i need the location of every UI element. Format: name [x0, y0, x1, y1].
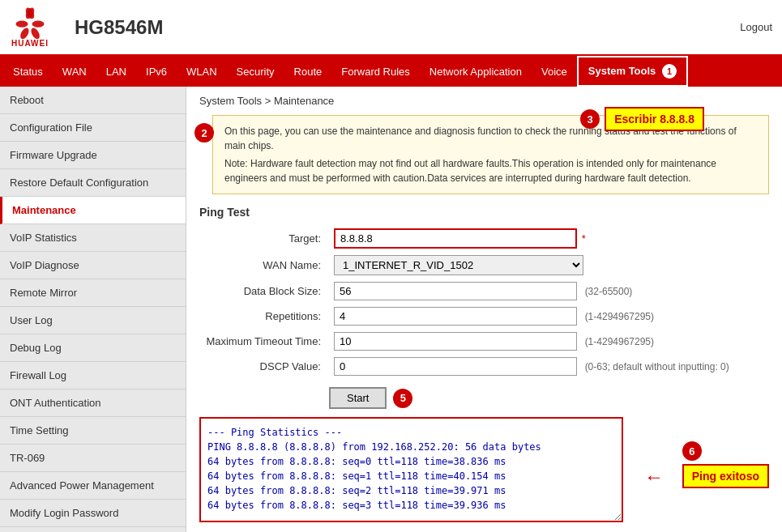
timeout-label: Maximum Timeout Time: — [199, 329, 329, 354]
breadcrumb-root: System Tools — [199, 95, 262, 107]
breadcrumb-current: Maintenance — [274, 95, 334, 107]
nav-ipv6[interactable]: IPv6 — [136, 59, 177, 84]
sidebar-item-remote-mirror[interactable]: Remote Mirror — [0, 279, 186, 307]
dscp-row: DSCP Value: (0-63; default without input… — [199, 354, 769, 379]
sidebar: Reboot Configuration File Firmware Upgra… — [0, 87, 186, 532]
sidebar-item-firewall-log[interactable]: Firewall Log — [0, 362, 186, 389]
svg-point-2 — [16, 21, 28, 28]
block-size-row: Data Block Size: (32-65500) — [199, 279, 769, 304]
ping-form: Target: * WAN Name: 1_INTERNET_R_VID_150… — [199, 225, 769, 379]
timeout-row: Maximum Timeout Time: (1-4294967295) — [199, 329, 769, 354]
dscp-input[interactable] — [334, 357, 577, 376]
nav-lan[interactable]: LAN — [96, 59, 136, 84]
layout: Reboot Configuration File Firmware Upgra… — [0, 87, 782, 532]
nav-badge: 1 — [662, 64, 677, 79]
step6-badge: 6 — [682, 441, 702, 461]
huawei-logo — [10, 6, 50, 39]
nav-network-app[interactable]: Network Application — [420, 59, 532, 84]
nav-voice[interactable]: Voice — [532, 59, 577, 84]
sidebar-item-debug-log[interactable]: Debug Log — [0, 334, 186, 362]
svg-point-3 — [32, 21, 45, 28]
breadcrumb: System Tools > Maintenance — [199, 95, 769, 107]
dscp-label: DSCP Value: — [199, 354, 329, 379]
sidebar-item-user-log[interactable]: User Log — [0, 307, 186, 334]
brand-name: HUAWEI — [11, 39, 49, 48]
sidebar-item-ont-auth[interactable]: ONT Authentication — [0, 389, 186, 417]
logo-area: HUAWEI — [10, 6, 50, 48]
target-label: Target: — [199, 225, 329, 252]
nav-bar: Status WAN LAN IPv6 WLAN Security Route … — [0, 56, 782, 87]
nav-status[interactable]: Status — [3, 59, 53, 84]
timeout-input[interactable] — [334, 332, 577, 351]
block-size-input[interactable] — [334, 282, 577, 300]
step3-badge: 3 — [580, 109, 600, 129]
ping-results-container: ← 6 Ping exitoso — [199, 417, 769, 532]
block-label: Data Block Size: — [199, 279, 329, 304]
info-text2: Note: Hardware fault detection may not f… — [224, 156, 757, 185]
sidebar-item-firmware[interactable]: Firmware Upgrade — [0, 142, 186, 169]
nav-system-tools[interactable]: System Tools 1 — [577, 56, 688, 87]
reps-label: Repetitions: — [199, 304, 329, 329]
block-hint: (32-65500) — [585, 286, 633, 297]
wan-select[interactable]: 1_INTERNET_R_VID_1502 2_TR069_R_VID_1503 — [334, 255, 583, 275]
header: HUAWEI HG8546M Logout — [0, 0, 782, 56]
sidebar-item-restore[interactable]: Restore Default Configuration — [0, 169, 186, 197]
step2-badge: 2 — [194, 123, 214, 143]
svg-point-1 — [24, 6, 36, 20]
nav-forward-rules[interactable]: Forward Rules — [331, 59, 420, 84]
required-marker: * — [582, 232, 586, 245]
nav-wlan[interactable]: WLAN — [177, 59, 227, 84]
repetitions-input[interactable] — [334, 307, 577, 326]
sidebar-item-maintenance[interactable]: Maintenance — [0, 197, 186, 224]
ping-results-textarea[interactable] — [199, 417, 623, 522]
svg-point-4 — [19, 27, 31, 39]
wan-label: WAN Name: — [199, 252, 329, 279]
reps-hint: (1-4294967295) — [585, 311, 654, 322]
step6-label: Ping exitoso — [682, 464, 769, 488]
ping-test-title: Ping Test — [199, 206, 769, 219]
svg-point-5 — [29, 27, 41, 39]
nav-security[interactable]: Security — [227, 59, 284, 84]
step3-label: Escribir 8.8.8.8 — [605, 107, 704, 131]
sidebar-item-tr069[interactable]: TR-069 — [0, 445, 186, 472]
logout-button[interactable]: Logout — [740, 21, 772, 33]
sidebar-item-voip-stats[interactable]: VoIP Statistics — [0, 224, 186, 252]
sidebar-item-config-file[interactable]: Configuration File — [0, 114, 186, 142]
sidebar-item-channel-stats[interactable]: Intelligent Channel Statistics — [0, 527, 186, 532]
sidebar-item-reboot[interactable]: Reboot — [0, 87, 186, 114]
device-model: HG8546M — [66, 16, 740, 39]
sidebar-item-login-pwd[interactable]: Modify Login Password — [0, 500, 186, 527]
target-row: Target: * — [199, 225, 769, 252]
target-input[interactable] — [334, 228, 577, 249]
step5-badge: 5 — [393, 389, 412, 408]
sidebar-item-time-setting[interactable]: Time Setting — [0, 417, 186, 445]
wan-row: WAN Name: 1_INTERNET_R_VID_1502 2_TR069_… — [199, 252, 769, 279]
sidebar-item-voip-diagnose[interactable]: VoIP Diagnose — [0, 252, 186, 279]
nav-route[interactable]: Route — [284, 59, 332, 84]
start-button[interactable]: Start — [329, 387, 387, 409]
timeout-hint: (1-4294967295) — [585, 336, 654, 347]
sidebar-item-power-mgmt[interactable]: Advanced Power Management — [0, 472, 186, 500]
arrow-icon: ← — [644, 466, 664, 488]
main-content: System Tools > Maintenance 2 On this pag… — [186, 87, 782, 532]
nav-wan[interactable]: WAN — [53, 59, 96, 84]
repetitions-row: Repetitions: (1-4294967295) — [199, 304, 769, 329]
dscp-hint: (0-63; default without inputting: 0) — [585, 361, 729, 372]
